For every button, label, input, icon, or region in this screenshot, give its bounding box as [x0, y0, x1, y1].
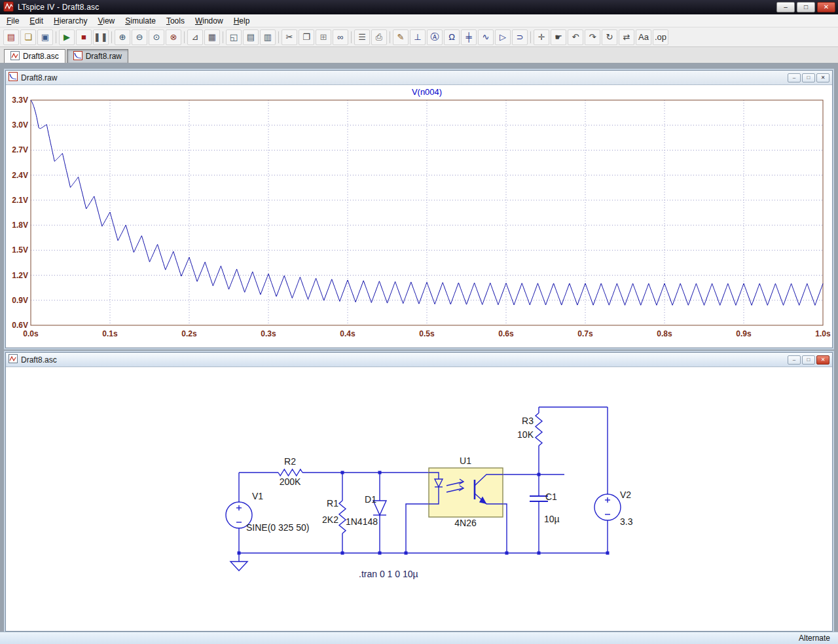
toolbar-separator	[276, 29, 281, 45]
optocoupler-body[interactable]	[429, 468, 503, 517]
rotate-button[interactable]: ↻	[602, 29, 617, 45]
menu-hierarchy[interactable]: Hierarchy	[48, 15, 92, 27]
place-capacitor-button[interactable]: ╪	[461, 29, 477, 45]
place-inductor-button[interactable]: ∿	[478, 29, 494, 45]
tab-draft8-asc[interactable]: Draft8.asc	[4, 49, 65, 63]
wire[interactable]	[406, 504, 429, 553]
text-icon: Aa	[638, 33, 649, 41]
y-tick-label: 3.0V	[12, 120, 28, 130]
new-schematic-button[interactable]: ▤	[3, 29, 19, 45]
schematic-file-icon	[9, 354, 18, 365]
component-value[interactable]: 200K	[280, 476, 301, 487]
tab-draft8-raw[interactable]: Draft8.raw	[67, 49, 128, 63]
open-file-button[interactable]: ❏	[20, 29, 36, 45]
menu-help[interactable]: Help	[228, 15, 255, 27]
drag-button[interactable]: ☛	[551, 29, 566, 45]
y-tick-label: 2.7V	[12, 145, 28, 154]
grid-icon: ▦	[208, 33, 216, 41]
component-value[interactable]: SINE(0 325 50)	[246, 522, 310, 533]
save-file-button[interactable]: ▣	[37, 29, 53, 45]
menu-tools[interactable]: Tools	[161, 15, 190, 27]
maximize-button[interactable]: □	[797, 2, 815, 12]
zoom-full-extents-button[interactable]: ⊗	[166, 29, 181, 45]
component-R3[interactable]	[536, 413, 542, 446]
ground-symbol[interactable]	[230, 562, 247, 571]
component-value[interactable]: 10µ	[544, 514, 560, 524]
menu-file[interactable]: File	[1, 15, 24, 27]
waveform-window-titlebar[interactable]: Draft8.raw – □ ✕	[6, 71, 832, 85]
menu-edit[interactable]: Edit	[24, 15, 48, 27]
zoom-back-button[interactable]: ⊖	[132, 29, 147, 45]
label-net-button[interactable]: Ⓐ	[427, 29, 443, 45]
move-icon: ✛	[538, 33, 545, 41]
place-ground-button[interactable]: ⊥	[410, 29, 426, 45]
component-name[interactable]: R2	[284, 456, 296, 467]
schematic-canvas[interactable]: V1SINE(0 325 50)R2200KR12K2D11N4148U14N2…	[6, 367, 832, 631]
spice-directive-button[interactable]: .op	[653, 29, 668, 45]
mirror-button[interactable]: ⇄	[619, 29, 634, 45]
resistor-symbol[interactable]	[278, 469, 302, 476]
tile-vertical-button[interactable]: ▥	[260, 29, 276, 45]
component-name[interactable]: C1	[545, 492, 557, 502]
run-simulation-button[interactable]: ▶	[59, 29, 75, 45]
component-value[interactable]: 4N26	[454, 518, 477, 528]
waveform-minimize-button[interactable]: –	[788, 73, 801, 82]
component-value[interactable]: 2K2	[322, 514, 338, 525]
grid-button[interactable]: ▦	[204, 29, 220, 45]
place-diode-button[interactable]: ▷	[495, 29, 511, 45]
component-name[interactable]: D1	[365, 494, 376, 505]
menu-window[interactable]: Window	[190, 15, 228, 27]
move-button[interactable]: ✛	[534, 29, 549, 45]
spice-directive-text[interactable]: .tran 0 1 0 10µ	[359, 569, 418, 579]
wire[interactable]	[503, 504, 507, 553]
x-tick-label: 0.2s	[181, 329, 197, 338]
cut-button[interactable]: ✂	[282, 29, 297, 45]
junction-dot	[341, 471, 344, 474]
undo-button[interactable]: ↶	[568, 29, 583, 45]
component-value[interactable]: 10K	[517, 429, 534, 440]
place-resistor-button[interactable]: Ω	[444, 29, 460, 45]
autorange-button[interactable]: ⊿	[187, 29, 203, 45]
component-name[interactable]: V2	[620, 490, 631, 500]
resistor-symbol[interactable]	[536, 413, 542, 446]
find-button[interactable]: ∞	[333, 29, 348, 45]
pause-simulation-button[interactable]: ❚❚	[93, 29, 109, 45]
component-name[interactable]: R1	[327, 498, 338, 509]
junction-dot	[505, 552, 509, 555]
paste-button[interactable]: ⊞	[316, 29, 331, 45]
redo-button[interactable]: ↷	[585, 29, 600, 45]
cascade-windows-button[interactable]: ◱	[226, 29, 242, 45]
resistor-symbol[interactable]	[339, 501, 346, 533]
zoom-out-button[interactable]: ⊙	[149, 29, 164, 45]
zoom-area-button[interactable]: ⊕	[115, 29, 130, 45]
menu-view[interactable]: View	[92, 15, 120, 27]
component-R1[interactable]	[339, 501, 346, 533]
schematic-minimize-button[interactable]: –	[788, 355, 801, 365]
component-R2[interactable]	[278, 469, 302, 476]
waveform-maximize-button[interactable]: □	[802, 73, 815, 82]
print-button[interactable]: ⎙	[371, 29, 387, 45]
halt-simulation-button[interactable]: ■	[76, 29, 92, 45]
menu-simulate[interactable]: Simulate	[120, 15, 161, 27]
component-name[interactable]: U1	[460, 456, 471, 466]
close-button[interactable]: ✕	[817, 2, 835, 12]
waveform-plot[interactable]: 0.0s0.1s0.2s0.3s0.4s0.5s0.6s0.7s0.8s0.9s…	[6, 85, 832, 348]
component-U1[interactable]	[429, 468, 503, 517]
place-component-button[interactable]: ⊃	[512, 29, 528, 45]
component-name[interactable]: V1	[252, 491, 263, 501]
text-button[interactable]: Aa	[636, 29, 651, 45]
print-preview-button[interactable]: ☰	[354, 29, 370, 45]
schematic-maximize-button[interactable]: □	[802, 355, 815, 365]
schematic-window-controls: – □ ✕	[788, 355, 829, 365]
component-V2[interactable]	[594, 494, 621, 520]
copy-button[interactable]: ❐	[299, 29, 314, 45]
minimize-button[interactable]: –	[776, 2, 795, 12]
schematic-window-titlebar[interactable]: Draft8.asc – □ ✕	[6, 353, 832, 367]
schematic-close-button[interactable]: ✕	[816, 355, 829, 365]
component-value[interactable]: 1N4148	[346, 516, 378, 527]
draw-wire-button[interactable]: ✎	[393, 29, 409, 45]
component-name[interactable]: R3	[522, 416, 534, 426]
tile-horizontal-button[interactable]: ▤	[243, 29, 259, 45]
waveform-close-button[interactable]: ✕	[816, 73, 829, 82]
component-value[interactable]: 3.3	[620, 516, 633, 527]
